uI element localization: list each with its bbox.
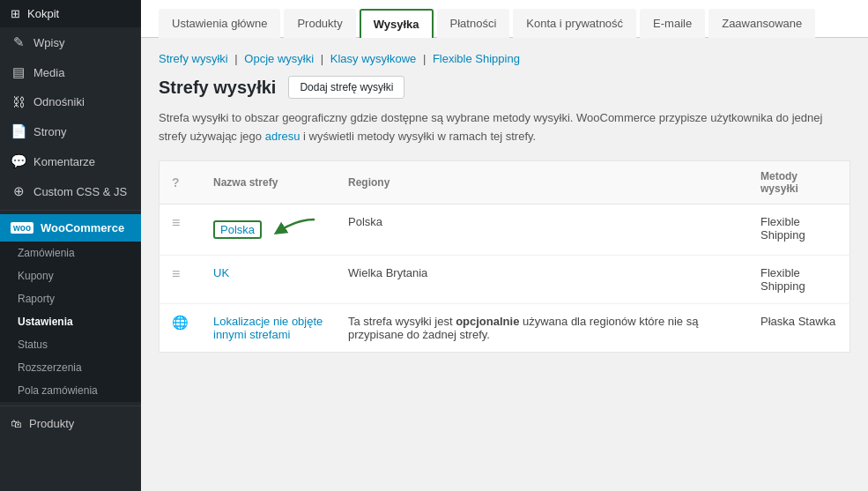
strony-icon: 📄	[11, 123, 26, 139]
media-icon: ▤	[11, 64, 26, 80]
tab-general[interactable]: Ustawienia główne	[159, 9, 280, 38]
breadcrumb-sep-3: |	[423, 52, 429, 65]
name-cell-polska: Polska	[201, 204, 336, 255]
sidebar-woocommerce[interactable]: woo WooCommerce	[0, 214, 141, 242]
wpisy-icon: ✎	[11, 34, 26, 50]
table-header-row: ? Nazwa strefy Regiony Metody wysyłki	[160, 160, 850, 204]
globe-icon: 🌐	[172, 315, 189, 330]
table-row: ≡ Polska	[160, 204, 850, 255]
komentarze-icon: 💬	[11, 153, 26, 169]
sidebar-sub-menu: Zamówienia Kupony Raporty Ustawienia Sta…	[0, 242, 141, 402]
col-drag: ?	[160, 160, 202, 204]
sidebar: ⊞ Kokpit ✎ Wpisy ▤ Media ⛓ Odnośniki 📄 S…	[0, 0, 141, 491]
sidebar-item-strony-label: Strony	[33, 125, 67, 138]
sidebar-item-strony[interactable]: 📄 Strony	[0, 116, 141, 146]
sidebar-item-pola[interactable]: Pola zamówienia	[0, 379, 141, 402]
sidebar-item-status[interactable]: Status	[0, 333, 141, 356]
drag-cell-uk: ≡	[160, 255, 202, 303]
table-row: ≡ UK Wielka Brytania Flexible Shipping	[160, 255, 850, 303]
sidebar-item-wpisy-label: Wpisy	[33, 36, 64, 49]
opcjonalnie-bold: opcjonalnie	[456, 315, 519, 328]
sidebar-item-komentarze-label: Komentarze	[33, 155, 95, 168]
custom-css-icon: ⊕	[11, 183, 26, 199]
add-zone-button[interactable]: Dodaj strefę wysyłki	[288, 76, 404, 99]
col-regions-header: Regiony	[336, 160, 748, 204]
page-description: Strefa wysyłki to obszar geograficzny gd…	[159, 109, 850, 146]
sidebar-item-wpisy[interactable]: ✎ Wpisy	[0, 27, 141, 57]
odnosniki-icon: ⛓	[11, 94, 26, 109]
sidebar-item-odnosniki-label: Odnośniki	[33, 95, 85, 108]
sidebar-item-komentarze[interactable]: 💬 Komentarze	[0, 146, 141, 176]
sidebar-item-rozszerzenia[interactable]: Rozszerzenia	[0, 356, 141, 379]
tab-wysylka[interactable]: Wysyłka	[360, 9, 434, 38]
methods-cell-polska: Flexible Shipping	[748, 204, 849, 255]
produkty-icon: 🛍	[11, 417, 22, 430]
sidebar-item-media-label: Media	[33, 66, 64, 79]
breadcrumb-flexible[interactable]: Flexible Shipping	[433, 52, 520, 65]
drag-handle-icon[interactable]: ≡	[172, 215, 180, 230]
shipping-zones-table: ? Nazwa strefy Regiony Metody wysyłki ≡ …	[159, 160, 850, 353]
sidebar-woocommerce-label: WooCommerce	[41, 221, 124, 234]
main-content: Ustawienia główne Produkty Wysyłka Płatn…	[141, 0, 868, 491]
table-row: 🌐 Lokalizacje nie objęteinnymi strefami …	[160, 303, 850, 352]
tab-emaile[interactable]: E-maile	[640, 9, 705, 38]
sidebar-item-custom-css[interactable]: ⊕ Custom CSS & JS	[0, 176, 141, 206]
sidebar-kokpit-label: Kokpit	[27, 7, 59, 20]
col-methods-header: Metody wysyłki	[748, 160, 849, 204]
sidebar-kokpit[interactable]: ⊞ Kokpit	[0, 0, 141, 27]
info-icon: ?	[172, 175, 180, 190]
settings-tabs: Ustawienia główne Produkty Wysyłka Płatn…	[141, 0, 868, 38]
page-title: Strefy wysyłki	[159, 78, 276, 98]
breadcrumb-sep-1: |	[234, 52, 241, 65]
name-cell-other: Lokalizacje nie objęteinnymi strefami	[201, 303, 336, 352]
kokpit-icon: ⊞	[11, 7, 20, 20]
sidebar-item-raporty[interactable]: Raporty	[0, 287, 141, 310]
zone-link-other[interactable]: Lokalizacje nie objęteinnymi strefami	[213, 315, 323, 341]
content-area: Strefy wysyłki | Opcje wysyłki | Klasy w…	[141, 38, 868, 491]
zone-link-uk[interactable]: UK	[213, 266, 229, 279]
sidebar-item-odnosniki[interactable]: ⛓ Odnośniki	[0, 87, 141, 116]
breadcrumb-sep-2: |	[321, 52, 327, 65]
regions-cell-uk: Wielka Brytania	[336, 255, 748, 303]
address-link[interactable]: adresu	[265, 130, 300, 143]
breadcrumb-klasy[interactable]: Klasy wysyłkowe	[330, 52, 417, 65]
name-cell-uk: UK	[201, 255, 336, 303]
methods-cell-uk: Flexible Shipping	[748, 255, 849, 303]
sidebar-item-zamowienia[interactable]: Zamówienia	[0, 242, 141, 264]
tab-platnosci[interactable]: Płatności	[437, 9, 510, 38]
sidebar-item-kupony[interactable]: Kupony	[0, 264, 141, 287]
breadcrumb-opcje[interactable]: Opcje wysyłki	[244, 52, 314, 65]
drag-cell-polska: ≡	[160, 204, 202, 255]
sidebar-divider	[0, 210, 141, 211]
sidebar-item-media[interactable]: ▤ Media	[0, 57, 141, 87]
tab-konto[interactable]: Konta i prywatność	[513, 9, 636, 38]
sidebar-divider-2	[0, 405, 141, 406]
sidebar-item-produkty-label: Produkty	[29, 417, 74, 430]
tab-zaawansowane[interactable]: Zaawansowane	[708, 9, 815, 38]
sidebar-item-ustawienia[interactable]: Ustawienia	[0, 310, 141, 333]
zone-link-polska[interactable]: Polska	[213, 220, 262, 239]
arrow-annotation	[271, 215, 323, 244]
breadcrumb-strefy[interactable]: Strefy wysyłki	[159, 52, 228, 65]
col-name-header: Nazwa strefy	[201, 160, 336, 204]
regions-cell-other: Ta strefa wysyłki jest opcjonalnie używa…	[336, 303, 748, 352]
woo-logo: woo	[11, 222, 33, 234]
sidebar-item-produkty[interactable]: 🛍 Produkty	[0, 410, 141, 437]
methods-cell-other: Płaska Stawka	[748, 303, 849, 352]
arrow-svg	[271, 215, 323, 242]
sidebar-item-custom-css-label: Custom CSS & JS	[33, 185, 127, 198]
breadcrumb: Strefy wysyłki | Opcje wysyłki | Klasy w…	[159, 52, 850, 65]
regions-cell-polska: Polska	[336, 204, 748, 255]
drag-cell-other: 🌐	[160, 303, 202, 352]
drag-handle-icon[interactable]: ≡	[172, 266, 180, 281]
page-title-row: Strefy wysyłki Dodaj strefę wysyłki	[159, 76, 850, 99]
tab-products[interactable]: Produkty	[284, 9, 355, 38]
